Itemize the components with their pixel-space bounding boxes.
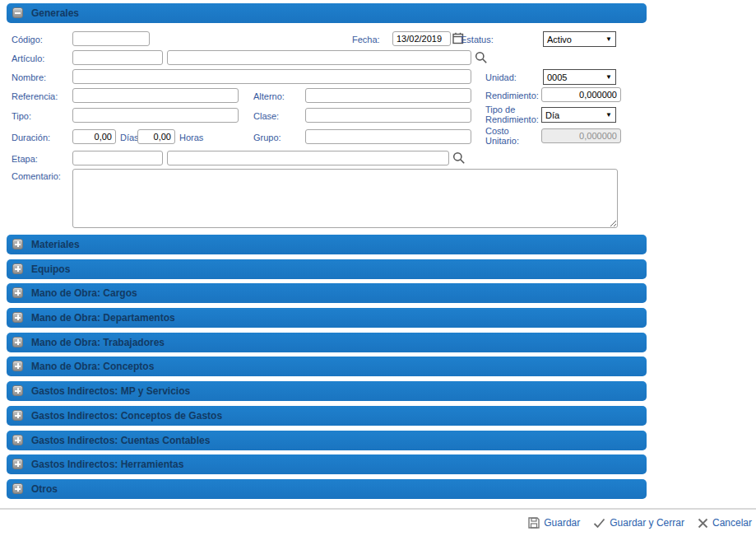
expand-icon[interactable] (12, 337, 23, 347)
unidad-value: 0005 (547, 72, 567, 82)
section-header-mano-obra-trabajadores[interactable]: Mano de Obra: Trabajadores (7, 333, 647, 352)
duracion-horas-input[interactable] (137, 129, 175, 144)
articulo-nombre-input[interactable] (167, 50, 471, 65)
etapa-codigo-input[interactable] (72, 151, 163, 165)
dias-label: Días (120, 133, 139, 142)
expand-icon[interactable] (12, 312, 23, 323)
chevron-down-icon: ▼ (605, 111, 612, 119)
alterno-label: Alterno: (253, 91, 285, 101)
referencia-input[interactable] (72, 88, 239, 103)
collapse-icon[interactable] (12, 7, 23, 18)
section-title: Equipos (31, 263, 70, 275)
save-and-close-button[interactable]: Guardar y Cerrar (593, 517, 684, 529)
etapa-nombre-input[interactable] (167, 151, 449, 165)
clase-label: Clase: (253, 111, 279, 121)
section-title: Materiales (31, 239, 80, 250)
section-title: Generales (31, 7, 79, 19)
section-title: Gastos Indirectos: MP y Servicios (31, 385, 190, 397)
chevron-down-icon: ▼ (605, 73, 612, 81)
tipo-input[interactable] (72, 108, 239, 123)
codigo-input[interactable] (72, 31, 150, 46)
unidad-select[interactable]: 0005 ▼ (543, 69, 616, 85)
expand-icon[interactable] (12, 361, 23, 371)
expand-icon[interactable] (12, 385, 23, 396)
cancel-button[interactable]: Cancelar (698, 517, 752, 529)
expand-icon[interactable] (12, 435, 23, 445)
section-header-materiales[interactable]: Materiales (7, 235, 647, 254)
alterno-input[interactable] (305, 88, 471, 103)
expand-icon[interactable] (12, 483, 23, 494)
section-title: Mano de Obra: Conceptos (31, 361, 154, 372)
section-title: Otros (31, 483, 58, 495)
referencia-label: Referencia: (12, 91, 58, 101)
tipo-rendimiento-value: Día (545, 110, 559, 120)
section-title: Mano de Obra: Trabajadores (31, 337, 165, 348)
unidad-label: Unidad: (485, 72, 517, 82)
costo-unitario-input (541, 128, 621, 143)
costo-unitario-label: Costo Unitario: (485, 126, 535, 146)
search-icon[interactable] (452, 151, 466, 165)
check-icon (593, 518, 605, 529)
nombre-input[interactable] (72, 69, 471, 84)
rendimiento-label: Rendimiento: (485, 91, 539, 100)
save-icon (528, 517, 540, 529)
expand-icon[interactable] (12, 287, 23, 298)
expand-icon[interactable] (12, 263, 23, 274)
footer-actions: Guardar Guardar y Cerrar Cancelar (528, 517, 752, 529)
section-header-gastos-herramientas[interactable]: Gastos Indirectos: Herramientas (7, 454, 647, 474)
section-header-gastos-mp-servicios[interactable]: Gastos Indirectos: MP y Servicios (7, 381, 647, 401)
etapa-label: Etapa: (12, 154, 38, 164)
duracion-label: Duración: (12, 133, 50, 142)
section-title: Mano de Obra: Departamentos (31, 312, 175, 324)
section-header-gastos-cuentas[interactable]: Gastos Indirectos: Cuentas Contables (7, 431, 647, 450)
grupo-input[interactable] (305, 129, 471, 144)
comentario-textarea[interactable] (72, 169, 618, 228)
save-label: Guardar (544, 517, 580, 529)
nombre-label: Nombre: (12, 72, 46, 82)
page: Generales Código: Fecha: Estatus: Activo… (0, 0, 756, 536)
estatus-value: Activo (547, 35, 572, 44)
save-button[interactable]: Guardar (528, 517, 580, 529)
horas-label: Horas (179, 133, 203, 142)
close-icon (698, 518, 708, 529)
save-and-close-label: Guardar y Cerrar (610, 517, 684, 529)
search-icon[interactable] (475, 51, 488, 64)
tipo-label: Tipo: (12, 111, 31, 121)
section-header-mano-obra-conceptos[interactable]: Mano de Obra: Conceptos (7, 357, 647, 376)
duracion-dias-input[interactable] (72, 129, 116, 144)
tipo-rendimiento-select[interactable]: Día ▼ (541, 107, 616, 123)
comentario-label: Comentario: (12, 171, 61, 181)
articulo-codigo-input[interactable] (72, 50, 163, 65)
section-title: Mano de Obra: Cargos (31, 287, 137, 299)
section-title: Gastos Indirectos: Conceptos de Gastos (31, 410, 222, 422)
expand-icon[interactable] (12, 459, 23, 469)
section-title: Gastos Indirectos: Herramientas (31, 459, 183, 470)
articulo-label: Artículo: (12, 54, 44, 63)
section-header-otros[interactable]: Otros (7, 479, 647, 499)
tipo-rendimiento-label: Tipo de Rendimiento: (485, 105, 538, 124)
fecha-input[interactable] (392, 31, 451, 46)
clase-input[interactable] (305, 108, 471, 123)
codigo-label: Código: (12, 35, 43, 44)
section-header-mano-obra-departamentos[interactable]: Mano de Obra: Departamentos (7, 308, 647, 328)
estatus-select[interactable]: Activo ▼ (543, 31, 616, 47)
section-header-gastos-conceptos[interactable]: Gastos Indirectos: Conceptos de Gastos (7, 406, 647, 426)
section-header-generales[interactable]: Generales (7, 3, 647, 23)
footer-divider (0, 508, 756, 510)
expand-icon[interactable] (12, 239, 23, 249)
grupo-label: Grupo: (253, 133, 281, 142)
fecha-label: Fecha: (352, 35, 380, 44)
rendimiento-input[interactable] (541, 87, 621, 102)
expand-icon[interactable] (12, 410, 23, 421)
cancel-label: Cancelar (712, 517, 752, 529)
section-title: Gastos Indirectos: Cuentas Contables (31, 435, 210, 446)
section-header-mano-obra-cargos[interactable]: Mano de Obra: Cargos (7, 283, 647, 303)
section-header-equipos[interactable]: Equipos (7, 259, 647, 279)
estatus-label: Estatus: (461, 35, 494, 44)
chevron-down-icon: ▼ (605, 35, 612, 43)
